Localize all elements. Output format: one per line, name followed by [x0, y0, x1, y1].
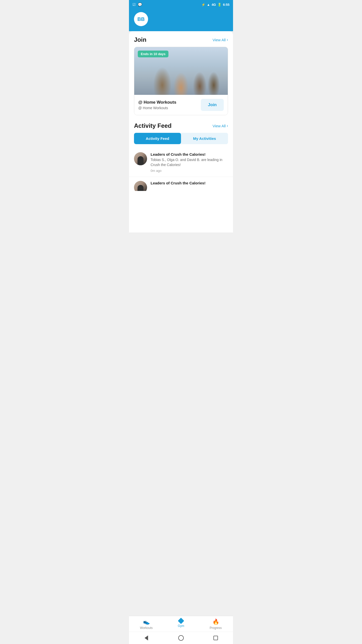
- avatar[interactable]: BB: [134, 12, 148, 26]
- join-view-all-label: View All: [212, 38, 225, 42]
- feed-avatar-image-1: [134, 152, 147, 165]
- status-left-icons: ☑ 💬: [132, 3, 142, 7]
- status-right-icons: ⚡ ▲ 4G 🔋 6:55: [201, 3, 230, 7]
- activity-feed-section: Activity Feed View All › Activity Feed M…: [129, 122, 233, 191]
- feed-title-2: Leaders of Crush the Calories!: [151, 181, 228, 185]
- header: BB: [129, 9, 233, 31]
- join-card-info: @ Home Workouts @ Home Workouts: [138, 100, 201, 110]
- feed-time-1: 0m ago: [151, 169, 228, 173]
- main-content: Join View All › Ends in 10 days @ Home W…: [129, 31, 233, 232]
- feed-item-2-partial: Leaders of Crush the Calories!: [129, 177, 233, 191]
- tab-my-activities[interactable]: My Activities: [181, 133, 228, 144]
- time-label: 6:55: [223, 3, 230, 7]
- join-view-all[interactable]: View All ›: [212, 37, 228, 42]
- join-title: Join: [134, 36, 146, 43]
- feed-content-1: Leaders of Crush the Calories! Tobias S.…: [151, 152, 228, 173]
- activity-feed-title: Activity Feed: [134, 122, 171, 129]
- feed-avatar-1: [134, 152, 147, 165]
- feed-avatar-image-2: [134, 181, 147, 191]
- activity-feed-chevron-icon: ›: [227, 124, 228, 128]
- tab-switcher: Activity Feed My Activities: [134, 133, 228, 144]
- feed-avatar-2: [134, 181, 147, 191]
- feed-desc-1: Tobias S., Olga O. and David B. are lead…: [151, 157, 228, 167]
- activity-feed-view-all-label: View All: [212, 124, 225, 128]
- feed-title-1: Leaders of Crush the Calories!: [151, 152, 228, 156]
- signal-icon: ▲: [207, 3, 210, 7]
- join-card: Ends in 10 days @ Home Workouts @ Home W…: [134, 47, 228, 115]
- feed-item-1[interactable]: Leaders of Crush the Calories! Tobias S.…: [129, 148, 233, 177]
- network-label: 4G: [212, 3, 216, 7]
- join-card-image: Ends in 10 days: [134, 47, 228, 95]
- bluetooth-icon: ⚡: [201, 3, 205, 7]
- ends-badge: Ends in 10 days: [138, 51, 168, 57]
- join-button[interactable]: Join: [201, 99, 224, 111]
- tab-activity-feed[interactable]: Activity Feed: [134, 133, 181, 144]
- status-bar: ☑ 💬 ⚡ ▲ 4G 🔋 6:55: [129, 0, 233, 9]
- join-section: Join View All › Ends in 10 days @ Home W…: [129, 36, 233, 115]
- join-card-title: @ Home Workouts: [138, 100, 201, 105]
- avatar-initials: BB: [138, 16, 145, 22]
- join-section-header: Join View All ›: [129, 36, 233, 47]
- tab-activity-feed-label: Activity Feed: [146, 136, 169, 141]
- join-chevron-icon: ›: [227, 37, 228, 42]
- battery-icon: 🔋: [217, 3, 221, 7]
- notification-icon: ☑: [132, 3, 136, 7]
- join-card-body: @ Home Workouts @ Home Workouts Join: [134, 95, 228, 115]
- activity-feed-header: Activity Feed View All ›: [129, 122, 233, 133]
- tab-my-activities-label: My Activities: [193, 136, 216, 141]
- message-icon: 💬: [138, 3, 142, 7]
- join-card-subtitle: @ Home Workouts: [138, 106, 201, 110]
- feed-content-2: Leaders of Crush the Calories!: [151, 181, 228, 186]
- activity-feed-view-all[interactable]: View All ›: [212, 124, 228, 128]
